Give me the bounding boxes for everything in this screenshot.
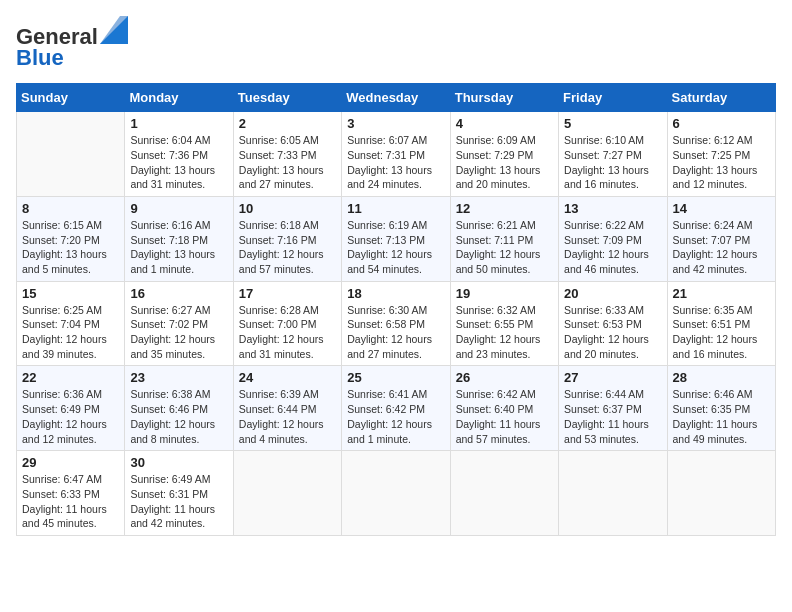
calendar-week-row: 22 Sunrise: 6:36 AMSunset: 6:49 PMDaylig… xyxy=(17,366,776,451)
day-number: 27 xyxy=(564,370,661,385)
day-info: Sunrise: 6:05 AMSunset: 7:33 PMDaylight:… xyxy=(239,134,324,190)
day-info: Sunrise: 6:38 AMSunset: 6:46 PMDaylight:… xyxy=(130,388,215,444)
day-number: 26 xyxy=(456,370,553,385)
day-info: Sunrise: 6:42 AMSunset: 6:40 PMDaylight:… xyxy=(456,388,541,444)
table-row: 20 Sunrise: 6:33 AMSunset: 6:53 PMDaylig… xyxy=(559,281,667,366)
day-info: Sunrise: 6:41 AMSunset: 6:42 PMDaylight:… xyxy=(347,388,432,444)
day-info: Sunrise: 6:22 AMSunset: 7:09 PMDaylight:… xyxy=(564,219,649,275)
day-number: 3 xyxy=(347,116,444,131)
table-row: 21 Sunrise: 6:35 AMSunset: 6:51 PMDaylig… xyxy=(667,281,775,366)
day-info: Sunrise: 6:30 AMSunset: 6:58 PMDaylight:… xyxy=(347,304,432,360)
calendar-week-row: 15 Sunrise: 6:25 AMSunset: 7:04 PMDaylig… xyxy=(17,281,776,366)
table-row: 8 Sunrise: 6:15 AMSunset: 7:20 PMDayligh… xyxy=(17,196,125,281)
table-row: 30 Sunrise: 6:49 AMSunset: 6:31 PMDaylig… xyxy=(125,451,233,536)
logo-blue-text: Blue xyxy=(16,45,64,70)
day-number: 29 xyxy=(22,455,119,470)
table-row: 17 Sunrise: 6:28 AMSunset: 7:00 PMDaylig… xyxy=(233,281,341,366)
calendar-header-row: Sunday Monday Tuesday Wednesday Thursday… xyxy=(17,84,776,112)
day-number: 19 xyxy=(456,286,553,301)
day-info: Sunrise: 6:35 AMSunset: 6:51 PMDaylight:… xyxy=(673,304,758,360)
day-info: Sunrise: 6:19 AMSunset: 7:13 PMDaylight:… xyxy=(347,219,432,275)
table-row xyxy=(17,112,125,197)
table-row: 18 Sunrise: 6:30 AMSunset: 6:58 PMDaylig… xyxy=(342,281,450,366)
calendar-week-row: 8 Sunrise: 6:15 AMSunset: 7:20 PMDayligh… xyxy=(17,196,776,281)
col-sunday: Sunday xyxy=(17,84,125,112)
day-number: 30 xyxy=(130,455,227,470)
day-info: Sunrise: 6:32 AMSunset: 6:55 PMDaylight:… xyxy=(456,304,541,360)
table-row xyxy=(342,451,450,536)
day-number: 22 xyxy=(22,370,119,385)
table-row: 12 Sunrise: 6:21 AMSunset: 7:11 PMDaylig… xyxy=(450,196,558,281)
table-row xyxy=(559,451,667,536)
table-row: 14 Sunrise: 6:24 AMSunset: 7:07 PMDaylig… xyxy=(667,196,775,281)
table-row xyxy=(233,451,341,536)
table-row xyxy=(667,451,775,536)
table-row: 23 Sunrise: 6:38 AMSunset: 6:46 PMDaylig… xyxy=(125,366,233,451)
table-row: 25 Sunrise: 6:41 AMSunset: 6:42 PMDaylig… xyxy=(342,366,450,451)
day-number: 9 xyxy=(130,201,227,216)
day-number: 16 xyxy=(130,286,227,301)
day-info: Sunrise: 6:15 AMSunset: 7:20 PMDaylight:… xyxy=(22,219,107,275)
day-number: 17 xyxy=(239,286,336,301)
table-row: 28 Sunrise: 6:46 AMSunset: 6:35 PMDaylig… xyxy=(667,366,775,451)
day-info: Sunrise: 6:28 AMSunset: 7:00 PMDaylight:… xyxy=(239,304,324,360)
day-number: 8 xyxy=(22,201,119,216)
table-row: 3 Sunrise: 6:07 AMSunset: 7:31 PMDayligh… xyxy=(342,112,450,197)
day-number: 14 xyxy=(673,201,770,216)
table-row: 9 Sunrise: 6:16 AMSunset: 7:18 PMDayligh… xyxy=(125,196,233,281)
table-row: 22 Sunrise: 6:36 AMSunset: 6:49 PMDaylig… xyxy=(17,366,125,451)
table-row: 6 Sunrise: 6:12 AMSunset: 7:25 PMDayligh… xyxy=(667,112,775,197)
day-number: 25 xyxy=(347,370,444,385)
table-row: 16 Sunrise: 6:27 AMSunset: 7:02 PMDaylig… xyxy=(125,281,233,366)
table-row: 15 Sunrise: 6:25 AMSunset: 7:04 PMDaylig… xyxy=(17,281,125,366)
day-info: Sunrise: 6:07 AMSunset: 7:31 PMDaylight:… xyxy=(347,134,432,190)
table-row: 24 Sunrise: 6:39 AMSunset: 6:44 PMDaylig… xyxy=(233,366,341,451)
table-row: 4 Sunrise: 6:09 AMSunset: 7:29 PMDayligh… xyxy=(450,112,558,197)
day-info: Sunrise: 6:49 AMSunset: 6:31 PMDaylight:… xyxy=(130,473,215,529)
day-info: Sunrise: 6:09 AMSunset: 7:29 PMDaylight:… xyxy=(456,134,541,190)
day-number: 21 xyxy=(673,286,770,301)
day-number: 13 xyxy=(564,201,661,216)
table-row: 1 Sunrise: 6:04 AMSunset: 7:36 PMDayligh… xyxy=(125,112,233,197)
logo: General Blue xyxy=(16,16,128,71)
col-thursday: Thursday xyxy=(450,84,558,112)
day-number: 11 xyxy=(347,201,444,216)
day-number: 2 xyxy=(239,116,336,131)
day-info: Sunrise: 6:24 AMSunset: 7:07 PMDaylight:… xyxy=(673,219,758,275)
day-info: Sunrise: 6:46 AMSunset: 6:35 PMDaylight:… xyxy=(673,388,758,444)
day-number: 1 xyxy=(130,116,227,131)
svg-marker-1 xyxy=(100,16,128,44)
day-info: Sunrise: 6:39 AMSunset: 6:44 PMDaylight:… xyxy=(239,388,324,444)
day-number: 10 xyxy=(239,201,336,216)
day-number: 6 xyxy=(673,116,770,131)
day-number: 15 xyxy=(22,286,119,301)
day-number: 18 xyxy=(347,286,444,301)
col-tuesday: Tuesday xyxy=(233,84,341,112)
day-info: Sunrise: 6:18 AMSunset: 7:16 PMDaylight:… xyxy=(239,219,324,275)
table-row: 5 Sunrise: 6:10 AMSunset: 7:27 PMDayligh… xyxy=(559,112,667,197)
table-row: 26 Sunrise: 6:42 AMSunset: 6:40 PMDaylig… xyxy=(450,366,558,451)
table-row: 29 Sunrise: 6:47 AMSunset: 6:33 PMDaylig… xyxy=(17,451,125,536)
col-friday: Friday xyxy=(559,84,667,112)
table-row: 19 Sunrise: 6:32 AMSunset: 6:55 PMDaylig… xyxy=(450,281,558,366)
day-number: 12 xyxy=(456,201,553,216)
table-row: 27 Sunrise: 6:44 AMSunset: 6:37 PMDaylig… xyxy=(559,366,667,451)
page-header: General Blue xyxy=(16,16,776,71)
day-number: 4 xyxy=(456,116,553,131)
logo-icon xyxy=(100,16,128,44)
table-row: 10 Sunrise: 6:18 AMSunset: 7:16 PMDaylig… xyxy=(233,196,341,281)
table-row: 11 Sunrise: 6:19 AMSunset: 7:13 PMDaylig… xyxy=(342,196,450,281)
day-number: 23 xyxy=(130,370,227,385)
table-row: 13 Sunrise: 6:22 AMSunset: 7:09 PMDaylig… xyxy=(559,196,667,281)
day-info: Sunrise: 6:36 AMSunset: 6:49 PMDaylight:… xyxy=(22,388,107,444)
day-info: Sunrise: 6:27 AMSunset: 7:02 PMDaylight:… xyxy=(130,304,215,360)
day-number: 5 xyxy=(564,116,661,131)
day-info: Sunrise: 6:33 AMSunset: 6:53 PMDaylight:… xyxy=(564,304,649,360)
day-info: Sunrise: 6:04 AMSunset: 7:36 PMDaylight:… xyxy=(130,134,215,190)
calendar-week-row: 29 Sunrise: 6:47 AMSunset: 6:33 PMDaylig… xyxy=(17,451,776,536)
col-saturday: Saturday xyxy=(667,84,775,112)
day-info: Sunrise: 6:10 AMSunset: 7:27 PMDaylight:… xyxy=(564,134,649,190)
calendar-week-row: 1 Sunrise: 6:04 AMSunset: 7:36 PMDayligh… xyxy=(17,112,776,197)
day-info: Sunrise: 6:44 AMSunset: 6:37 PMDaylight:… xyxy=(564,388,649,444)
day-number: 20 xyxy=(564,286,661,301)
